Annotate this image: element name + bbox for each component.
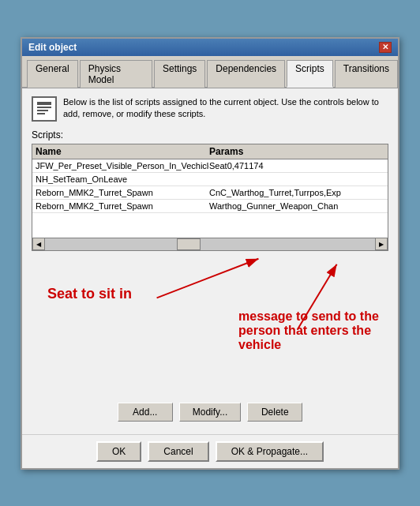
edit-object-dialog: Edit object ✕ General Physics Model Sett… [21, 37, 399, 470]
column-header-params: Params [209, 146, 384, 157]
modify-button[interactable]: Modify... [179, 403, 241, 422]
scripts-table[interactable]: Name Params JFW_Per_Preset_Visible_Perso… [32, 144, 388, 238]
scroll-thumb[interactable] [177, 238, 201, 250]
table-row[interactable]: Reborn_MMK2_Turret_Spawn CnC_Warthog_Tur… [32, 186, 388, 200]
tab-transitions[interactable]: Transitions [335, 60, 398, 88]
ok-propagate-button[interactable]: OK & Propagate... [216, 441, 324, 462]
cell-name-0: JFW_Per_Preset_Visible_Person_In_Vechicl… [36, 161, 209, 171]
tab-general[interactable]: General [27, 60, 78, 88]
tab-content: Below is the list of scripts assigned to… [22, 88, 398, 429]
scroll-track[interactable] [45, 238, 375, 250]
svg-rect-1 [37, 107, 51, 108]
cell-params-3: Warthog_Gunner_Weapon_Chan [209, 201, 384, 211]
tab-dependencies[interactable]: Dependencies [207, 60, 285, 88]
dialog-title: Edit object [28, 42, 77, 53]
cell-params-1 [209, 174, 384, 184]
delete-button[interactable]: Delete [247, 403, 302, 422]
horizontal-scrollbar[interactable]: ◀ ▶ [32, 238, 388, 251]
action-buttons: Add... Modify... Delete [32, 403, 388, 422]
tab-scripts[interactable]: Scripts [287, 60, 333, 88]
cell-name-1: NH_SetTeam_OnLeave [36, 174, 209, 184]
close-button[interactable]: ✕ [379, 42, 392, 53]
svg-rect-2 [37, 110, 48, 111]
tab-physics-model[interactable]: Physics Model [80, 60, 152, 88]
cell-name-3: Reborn_MMK2_Turret_Spawn [36, 201, 209, 211]
table-row[interactable]: JFW_Per_Preset_Visible_Person_In_Vechicl… [32, 159, 388, 173]
svg-rect-3 [37, 113, 45, 114]
cell-params-0: Seat0,471174 [209, 161, 384, 171]
table-header: Name Params [32, 144, 388, 159]
table-row[interactable]: Reborn_MMK2_Turret_Spawn Warthog_Gunner_… [32, 200, 388, 213]
svg-rect-0 [37, 102, 51, 105]
info-box: Below is the list of scripts assigned to… [32, 96, 388, 122]
cell-name-2: Reborn_MMK2_Turret_Spawn [36, 188, 209, 197]
info-icon [32, 96, 57, 122]
annotation-message: message to send to the person that enter… [238, 309, 381, 352]
info-description: Below is the list of scripts assigned to… [63, 96, 388, 121]
tab-bar: General Physics Model Settings Dependenc… [22, 56, 398, 88]
ok-button[interactable]: OK [96, 441, 141, 462]
annotation-seat: Seat to sit in [47, 286, 132, 302]
add-button[interactable]: Add... [118, 403, 173, 422]
table-row[interactable]: NH_SetTeam_OnLeave [32, 173, 388, 186]
scroll-right-button[interactable]: ▶ [375, 238, 388, 250]
title-bar: Edit object ✕ [22, 39, 398, 56]
cell-params-2: CnC_Warthog_Turret,Turrpos,Exp [209, 188, 384, 197]
annotation-area: Seat to sit in message to send to the pe… [32, 254, 388, 396]
scroll-left-button[interactable]: ◀ [32, 238, 45, 250]
svg-line-6 [157, 258, 259, 298]
table-body: JFW_Per_Preset_Visible_Person_In_Vechicl… [32, 159, 388, 235]
scripts-label: Scripts: [32, 129, 388, 141]
tab-settings[interactable]: Settings [154, 60, 205, 88]
cancel-button[interactable]: Cancel [148, 441, 208, 462]
column-header-name: Name [36, 146, 209, 157]
bottom-buttons: OK Cancel OK & Propagate... [22, 434, 398, 468]
